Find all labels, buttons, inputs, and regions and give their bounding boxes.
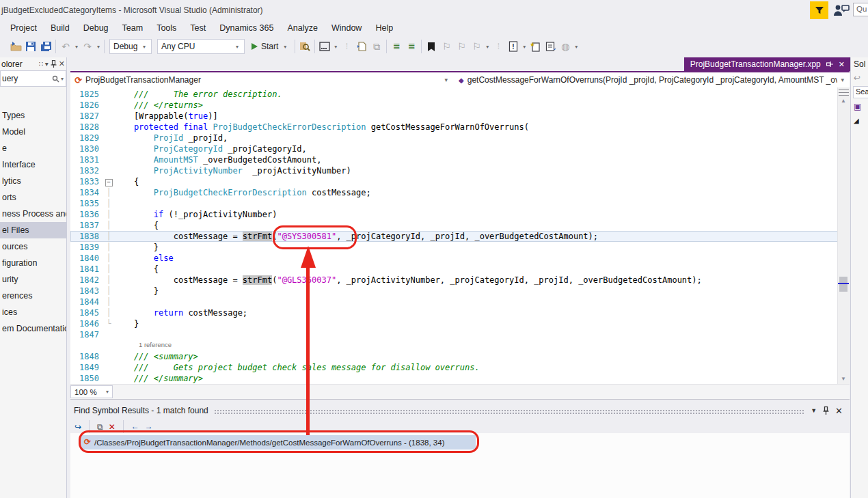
- editor-zoom-select[interactable]: 100 % ▾: [70, 385, 113, 398]
- sidebar-item[interactable]: urity: [0, 271, 66, 288]
- scrollbar-thumb[interactable]: [839, 277, 847, 292]
- find-symbol-results-header[interactable]: Find Symbol Results - 1 match found ▼ ✕: [70, 400, 850, 419]
- clear-all-icon[interactable]: ✕: [109, 423, 116, 431]
- quick-launch-input[interactable]: Qu: [853, 3, 868, 16]
- indent-button[interactable]: ≣: [389, 39, 404, 54]
- code-lens-references[interactable]: 1 reference: [70, 340, 850, 351]
- find-result-row[interactable]: ⟳ /Classes/ProjBudgetTransactionManager/…: [81, 435, 476, 449]
- menu-item-window[interactable]: Window: [325, 21, 368, 35]
- save-all-button[interactable]: [38, 39, 53, 54]
- sidebar-item[interactable]: Model: [0, 124, 66, 140]
- code-line[interactable]: 1844│: [70, 296, 850, 307]
- chevron-down-icon[interactable]: ▾: [61, 76, 64, 82]
- code-line[interactable]: 1830 ProjCategoryId _projCategoryId,: [70, 143, 850, 154]
- menu-item-help[interactable]: Help: [368, 21, 400, 35]
- code-line[interactable]: 1849 /// Gets project budget check sales…: [70, 362, 850, 373]
- redo-button[interactable]: ↷: [80, 39, 95, 54]
- code-line[interactable]: 1826 /// </returns>: [70, 100, 850, 111]
- code-line[interactable]: 1828 protected final ProjBudgetCheckErro…: [70, 122, 850, 133]
- code-line[interactable]: 1850 /// </summary>: [70, 373, 850, 384]
- splitter-handle-icon[interactable]: [839, 87, 849, 96]
- menu-item-tools[interactable]: Tools: [150, 21, 183, 35]
- code-line[interactable]: 1834│ ProjBudgetCheckErrorDescription co…: [70, 187, 850, 198]
- sidebar-item[interactable]: orts: [0, 189, 66, 206]
- explorer-search-input[interactable]: uery ▾: [0, 70, 66, 87]
- start-debug-button[interactable]: Start ▾: [247, 39, 293, 54]
- menu-item-test[interactable]: Test: [183, 21, 213, 35]
- code-line[interactable]: 1838│ costMessage = strFmt("@SYS300581",…: [70, 231, 850, 242]
- scroll-down-icon[interactable]: ▼: [838, 376, 849, 382]
- code-line[interactable]: 1835│: [70, 198, 850, 209]
- best-practice-button[interactable]: !: [506, 39, 521, 54]
- toolbar-overflow[interactable]: ▾: [484, 44, 491, 50]
- menu-item-team[interactable]: Team: [116, 21, 150, 35]
- code-line[interactable]: 1842│ costMessage = strFmt("@GLS360037",…: [70, 275, 850, 286]
- sidebar-item[interactable]: el Files: [0, 222, 66, 238]
- menu-item-debug[interactable]: Debug: [77, 21, 116, 35]
- undo-dropdown[interactable]: ▾: [73, 44, 80, 50]
- menu-item-dynamics-365[interactable]: Dynamics 365: [213, 21, 280, 35]
- sidebar-item[interactable]: Types: [0, 107, 66, 124]
- sidebar-item[interactable]: ness Process and V: [0, 206, 66, 222]
- sidebar-item[interactable]: figuration: [0, 255, 66, 271]
- prev-bookmark-button[interactable]: ⚐: [439, 39, 454, 54]
- code-editor[interactable]: 1825 /// The error description.1826 /// …: [70, 87, 850, 384]
- sync-button[interactable]: ◍: [558, 39, 573, 54]
- expand-triangle-icon[interactable]: ◢: [851, 113, 868, 127]
- sidebar-item[interactable]: Interface: [0, 156, 66, 173]
- menu-item-build[interactable]: Build: [44, 21, 77, 35]
- sidebar-item[interactable]: em Documentatio: [0, 320, 66, 337]
- paste-button[interactable]: ⧉: [369, 39, 384, 54]
- undo-button[interactable]: ↶: [58, 39, 73, 54]
- code-line[interactable]: 1843│ }: [70, 286, 850, 296]
- close-icon[interactable]: ✕: [59, 59, 65, 68]
- debug-config-select[interactable]: Debug ▾: [109, 39, 152, 54]
- redo-dropdown[interactable]: ▾: [95, 44, 102, 50]
- close-icon[interactable]: ✕: [839, 60, 845, 69]
- class-dropdown[interactable]: ⟳ ProjBudgetTransactionManager ▾: [70, 75, 453, 85]
- menu-item-analyze[interactable]: Analyze: [280, 21, 324, 35]
- sidebar-item[interactable]: lytics: [0, 173, 66, 189]
- code-line[interactable]: 1833− {: [70, 176, 850, 187]
- save-button[interactable]: [23, 39, 38, 54]
- close-icon[interactable]: ✕: [835, 406, 843, 416]
- previous-location-icon[interactable]: ←: [131, 422, 139, 432]
- chevron-down-icon[interactable]: ▾: [45, 60, 49, 68]
- code-line[interactable]: 1839│ }: [70, 242, 850, 253]
- code-line[interactable]: 1837│ {: [70, 220, 850, 231]
- next-location-icon[interactable]: →: [145, 422, 153, 432]
- new-project-item-button[interactable]: ★: [528, 39, 543, 54]
- sidebar-item[interactable]: ices: [0, 304, 66, 320]
- code-line[interactable]: 1841│ {: [70, 264, 850, 275]
- sidebar-item[interactable]: e: [0, 140, 66, 156]
- run-checks-button[interactable]: ✓: [543, 39, 558, 54]
- code-line[interactable]: 1847: [70, 329, 850, 340]
- method-dropdown[interactable]: ◆ getCostMessageForWarnOfOverruns(ProjId…: [453, 75, 850, 85]
- code-line[interactable]: 1831 AmountMST _overBudgetedCostAmount,: [70, 154, 850, 165]
- filter-button[interactable]: [810, 1, 828, 19]
- group-by-symbol-icon[interactable]: ↪: [74, 423, 81, 431]
- code-line[interactable]: 1845│ return costMessage;: [70, 307, 850, 318]
- back-button[interactable]: ↩: [851, 71, 868, 85]
- code-line[interactable]: 1829 ProjId _projId,: [70, 133, 850, 143]
- chevron-down-icon[interactable]: ▼: [811, 407, 817, 414]
- code-line[interactable]: 1846└ }: [70, 318, 850, 329]
- next-bookmark-button[interactable]: ⚐: [454, 39, 469, 54]
- toolbar-overflow[interactable]: ▾: [573, 44, 580, 50]
- code-line[interactable]: 1825 /// The error description.: [70, 89, 850, 100]
- code-line[interactable]: 1848 /// <summary>: [70, 351, 850, 362]
- code-line[interactable]: 1832 ProjActivityNumber _projActivityNum…: [70, 165, 850, 176]
- sidebar-item[interactable]: ources: [0, 238, 66, 255]
- tab-projbudgettransactionmanager[interactable]: ProjBudgetTransactionManager.xpp ✕: [684, 57, 851, 71]
- sidebar-item[interactable]: erences: [0, 288, 66, 304]
- new-item-button[interactable]: [354, 39, 369, 54]
- find-symbol-button[interactable]: [297, 39, 312, 54]
- outdent-button[interactable]: ≣: [404, 39, 419, 54]
- code-line[interactable]: 1840│ else: [70, 253, 850, 264]
- editor-vertical-scrollbar[interactable]: ▲ ▼: [837, 87, 850, 384]
- best-practice-dropdown[interactable]: ▾: [521, 44, 528, 50]
- solution-search-input[interactable]: Sea: [853, 86, 868, 98]
- show-output-button[interactable]: [317, 39, 332, 54]
- code-line[interactable]: 1827 [Wrappable(true)]: [70, 111, 850, 122]
- platform-select[interactable]: Any CPU ▾: [157, 39, 245, 54]
